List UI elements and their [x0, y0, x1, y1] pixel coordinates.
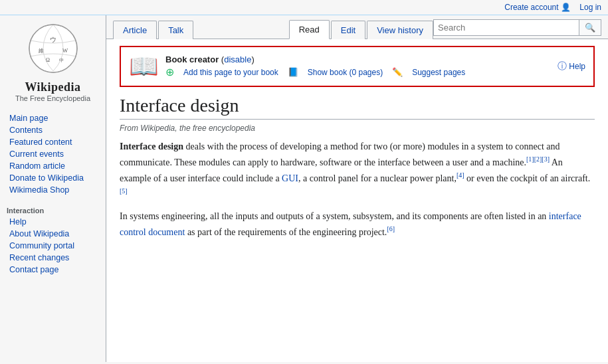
search-bar: 🔍	[433, 19, 601, 36]
ref-2[interactable]: [2]	[534, 155, 542, 163]
sidebar-item-wikimedia-shop[interactable]: Wikimedia Shop	[0, 184, 106, 196]
tab-edit[interactable]: Edit	[331, 21, 365, 39]
ref-4[interactable]: [4]	[456, 171, 464, 179]
wikipedia-logo: ウ 維 W Ω 中	[27, 22, 80, 75]
login-link[interactable]: Log in	[579, 3, 601, 12]
tab-view-history[interactable]: View history	[367, 21, 433, 39]
book-creator-banner: 📖 Book creator (disable) ⊕ Add this page…	[120, 46, 595, 87]
sidebar-item-contact[interactable]: Contact page	[0, 264, 106, 276]
tab-talk[interactable]: Talk	[158, 21, 193, 39]
logo-area: ウ 維 W Ω 中 Wikipedia The Free Encyclopedi…	[0, 15, 106, 106]
show-book-link[interactable]: Show book (0 pages)	[308, 68, 383, 77]
book-help: ⓘ Help	[557, 60, 585, 72]
from-wiki: From Wikipedia, the free encyclopedia	[120, 124, 595, 133]
svg-text:ウ: ウ	[50, 36, 56, 43]
book-creator-disable-link[interactable]: disable	[224, 54, 251, 64]
sidebar-item-contents[interactable]: Contents	[0, 124, 106, 136]
article-p2-cont: as part of the requirements of the engin…	[185, 227, 387, 237]
gui-link[interactable]: GUI	[282, 173, 298, 183]
article-paragraph-1: Interface design deals with the process …	[120, 139, 595, 203]
content-area: Article Talk Read Edit View history 🔍 📖	[106, 15, 608, 362]
article-p1-cont2: , a control panel for a nuclear power pl…	[298, 173, 456, 183]
green-plus-icon: ⊕	[165, 66, 174, 78]
sidebar-main-nav: Main page Contents Featured content Curr…	[0, 112, 106, 196]
book-creator-paren-close: )	[251, 54, 254, 64]
article-title: Interface design	[120, 95, 595, 120]
page-content: 📖 Book creator (disable) ⊕ Add this page…	[106, 39, 608, 253]
help-circle-icon: ⓘ	[557, 60, 567, 71]
book-creator-title-line: Book creator (disable)	[165, 54, 551, 64]
article-p1-cont3: or even the cockpit of an aircraft.	[464, 173, 591, 183]
article-ref-5: [5]	[120, 187, 128, 195]
sidebar-item-about[interactable]: About Wikipedia	[0, 228, 106, 240]
ref-5[interactable]: [5]	[120, 187, 128, 195]
ref-6[interactable]: [6]	[387, 225, 395, 232]
article-p1-text: deals with the process of developing a m…	[120, 141, 560, 167]
layout: ウ 維 W Ω 中 Wikipedia The Free Encyclopedi…	[0, 15, 608, 362]
tab-group-right: Read Edit View history	[289, 20, 433, 39]
book-creator-links: ⊕ Add this page to your book 📘 Show book…	[165, 66, 551, 78]
book-creator-text: Book creator (disable) ⊕ Add this page t…	[165, 54, 551, 78]
sidebar-item-random-article[interactable]: Random article	[0, 160, 106, 172]
tab-group-left: Article Talk	[113, 21, 193, 39]
suggest-pages-link[interactable]: Suggest pages	[412, 68, 465, 77]
article-paragraph-2: In systems engineering, all the inputs a…	[120, 209, 595, 240]
wiki-subtitle: The Free Encyclopedia	[3, 94, 102, 102]
tab-bar: Article Talk Read Edit View history 🔍	[106, 15, 608, 39]
sidebar-interaction-section: Interaction Help About Wikipedia Communi…	[0, 203, 106, 276]
top-bar: Create account 👤 Log in	[0, 0, 608, 15]
search-button[interactable]: 🔍	[579, 19, 601, 36]
help-link[interactable]: Help	[569, 62, 585, 71]
search-input[interactable]	[433, 19, 579, 36]
sidebar-item-current-events[interactable]: Current events	[0, 148, 106, 160]
sidebar-nav-interaction: Help About Wikipedia Community portal Re…	[0, 216, 106, 276]
book-icon: 📖	[129, 52, 159, 80]
wiki-title: Wikipedia	[3, 80, 102, 94]
book-inline-icon: 📘	[288, 67, 298, 77]
sidebar-item-featured-content[interactable]: Featured content	[0, 136, 106, 148]
article-ref-6: [6]	[387, 225, 395, 232]
article-p2-text: In systems engineering, all the inputs a…	[120, 211, 549, 221]
sidebar-item-community[interactable]: Community portal	[0, 240, 106, 252]
add-page-link[interactable]: Add this page to your book	[183, 68, 278, 77]
article-ref-4: [4]	[456, 171, 464, 179]
pencil-icon: ✏️	[392, 67, 403, 77]
sidebar-item-main-page[interactable]: Main page	[0, 112, 106, 124]
sidebar-item-recent-changes[interactable]: Recent changes	[0, 252, 106, 264]
book-creator-title: Book creator	[165, 54, 219, 64]
article-bold-term: Interface design	[120, 141, 183, 151]
interaction-section-title: Interaction	[0, 203, 106, 216]
tab-article[interactable]: Article	[113, 21, 157, 39]
create-account-link[interactable]: Create account	[504, 3, 558, 12]
ref-3[interactable]: [3]	[542, 155, 550, 163]
article-ref-123: [1][2][3]	[526, 155, 550, 163]
sidebar-item-help[interactable]: Help	[0, 216, 106, 228]
ref-1[interactable]: [1]	[526, 155, 534, 163]
sidebar-nav-main: Main page Contents Featured content Curr…	[0, 112, 106, 196]
article-body: Interface design deals with the process …	[120, 139, 595, 240]
sidebar-item-donate[interactable]: Donate to Wikipedia	[0, 172, 106, 184]
sidebar: ウ 維 W Ω 中 Wikipedia The Free Encyclopedi…	[0, 15, 106, 362]
tab-read[interactable]: Read	[289, 20, 330, 39]
